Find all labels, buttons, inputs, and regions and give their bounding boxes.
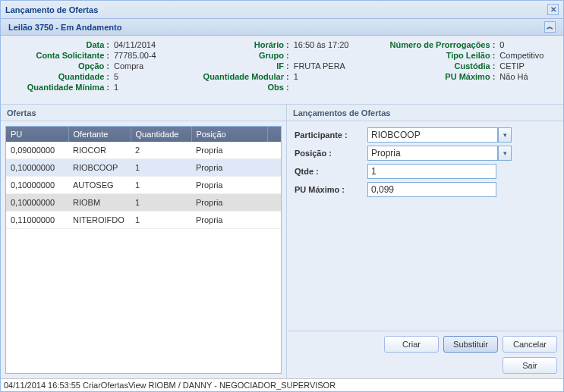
- cell-quantidade: 1: [131, 159, 191, 177]
- value-qtdmin: 1: [112, 83, 187, 92]
- value-prorrog: 0: [498, 40, 554, 49]
- label-custodia: Custódia :: [377, 61, 498, 71]
- col-posicao[interactable]: Posição: [191, 127, 267, 142]
- value-qtd: 5: [112, 72, 187, 81]
- value-if: FRUTA PERA: [292, 61, 371, 71]
- collapse-icon[interactable]: ︽: [544, 21, 556, 33]
- info-panel: Data :04/11/2014 Horário :16:50 às 17:20…: [1, 36, 563, 104]
- cell-ofertante: RIOBCOOP: [68, 159, 131, 177]
- label-grupo: Grupo :: [194, 51, 292, 60]
- cell-posicao: Propria: [191, 142, 267, 159]
- button-bar-2: Sair: [287, 357, 563, 378]
- value-opcao: Compra: [112, 61, 187, 71]
- sub-title: Leilão 3750 - Em Andamento: [8, 23, 121, 32]
- col-ofertante[interactable]: Ofertante: [68, 127, 131, 142]
- value-obs: [292, 83, 371, 92]
- label-qtd: Quantidade :: [10, 72, 112, 81]
- cell-pu: 0,11000000: [6, 212, 68, 229]
- posicao-input[interactable]: [367, 146, 498, 161]
- label-qtdmod: Quantidade Modular :: [194, 72, 292, 81]
- cancelar-button[interactable]: Cancelar: [503, 336, 557, 353]
- label-horario: Horário :: [194, 40, 292, 49]
- cell-posicao: Propria: [191, 159, 267, 177]
- sub-header: Leilão 3750 - Em Andamento ︽: [1, 19, 563, 36]
- cell-pu: 0,10000000: [6, 177, 68, 194]
- posicao-dropdown-icon[interactable]: ▾: [498, 146, 512, 161]
- table-row[interactable]: 0,10000000RIOBCOOP1Propria: [6, 159, 281, 177]
- cell-pu: 0,09000000: [6, 142, 68, 159]
- dialog-window: Lançamento de Ofertas ✕ Leilão 3750 - Em…: [0, 0, 564, 392]
- label-qtdmin: Quantidade Mínima :: [10, 83, 112, 92]
- table-row[interactable]: 0,10000000RIOBM1Propria: [6, 194, 281, 212]
- mid-area: Ofertas PU Ofertante Quantidade Posição …: [1, 104, 563, 378]
- value-conta: 77785.00-4: [112, 51, 187, 60]
- table-header-row: PU Ofertante Quantidade Posição: [6, 127, 281, 142]
- label-pumax-form: PU Máximo :: [295, 185, 367, 194]
- substituir-button[interactable]: Substituir: [443, 336, 498, 353]
- value-data: 04/11/2014: [112, 40, 187, 49]
- ofertas-title: Ofertas: [1, 105, 286, 121]
- qtde-input[interactable]: [367, 164, 496, 179]
- window-title: Lançamento de Ofertas: [5, 5, 98, 14]
- cell-pu: 0,10000000: [6, 194, 68, 212]
- close-icon[interactable]: ✕: [547, 4, 559, 15]
- button-bar: Criar Substituir Cancelar: [287, 331, 563, 357]
- cell-ofertante: RIOBM: [68, 194, 131, 212]
- table-row[interactable]: 0,10000000AUTOSEG1Propria: [6, 177, 281, 194]
- label-if: IF :: [194, 61, 292, 71]
- label-participante: Participante :: [295, 130, 367, 140]
- label-posicao: Posição :: [295, 149, 367, 158]
- cell-ofertante: AUTOSEG: [68, 177, 131, 194]
- label-opcao: Opção :: [10, 61, 112, 71]
- label-tipo: Tipo Leilão :: [377, 51, 498, 60]
- value-horario: 16:50 às 17:20: [292, 40, 371, 49]
- lancamentos-title: Lançamentos de Ofertas: [287, 105, 563, 121]
- col-quantidade[interactable]: Quantidade: [131, 127, 191, 142]
- cell-posicao: Propria: [191, 177, 267, 194]
- table-row[interactable]: 0,11000000NITEROIFDO1Propria: [6, 212, 281, 229]
- participante-input[interactable]: [367, 127, 498, 143]
- cell-ofertante: RIOCOR: [68, 142, 131, 159]
- cell-posicao: Propria: [191, 194, 267, 212]
- form-area: Participante : ▾ Posição : ▾ Qtde :: [287, 121, 563, 206]
- value-tipo: Competitivo: [498, 51, 554, 60]
- ofertas-grid: PU Ofertante Quantidade Posição 0,090000…: [5, 126, 282, 374]
- label-prorrog: Número de Prorrogações :: [377, 40, 498, 49]
- label-pumax: PU Máximo :: [377, 72, 498, 81]
- value-grupo: [292, 51, 371, 60]
- value-qtdmod: 1: [292, 72, 371, 81]
- criar-button[interactable]: Criar: [384, 336, 439, 353]
- title-bar: Lançamento de Ofertas ✕: [1, 1, 563, 19]
- cell-quantidade: 1: [131, 212, 191, 229]
- lancamentos-panel: Lançamentos de Ofertas Participante : ▾ …: [287, 104, 563, 378]
- cell-ofertante: NITEROIFDO: [68, 212, 131, 229]
- value-custodia: CETIP: [498, 61, 554, 71]
- participante-dropdown-icon[interactable]: ▾: [498, 127, 512, 143]
- col-pu[interactable]: PU: [6, 127, 68, 142]
- label-data: Data :: [10, 40, 112, 49]
- col-spacer: [267, 127, 281, 142]
- sair-button[interactable]: Sair: [503, 357, 557, 374]
- cell-posicao: Propria: [191, 212, 267, 229]
- ofertas-panel: Ofertas PU Ofertante Quantidade Posição …: [1, 104, 287, 378]
- label-conta: Conta Solicitante :: [10, 51, 112, 60]
- label-obs: Obs :: [194, 83, 292, 92]
- cell-quantidade: 1: [131, 194, 191, 212]
- pumax-input[interactable]: [367, 182, 496, 197]
- cell-quantidade: 1: [131, 177, 191, 194]
- label-qtde: Qtde :: [295, 167, 367, 176]
- cell-pu: 0,10000000: [6, 159, 68, 177]
- value-pumax: Não Há: [498, 72, 554, 81]
- table-row[interactable]: 0,09000000RIOCOR2Propria: [6, 142, 281, 159]
- status-bar: 04/11/2014 16:53:55 CriarOfertasView RIO…: [1, 378, 563, 391]
- cell-quantidade: 2: [131, 142, 191, 159]
